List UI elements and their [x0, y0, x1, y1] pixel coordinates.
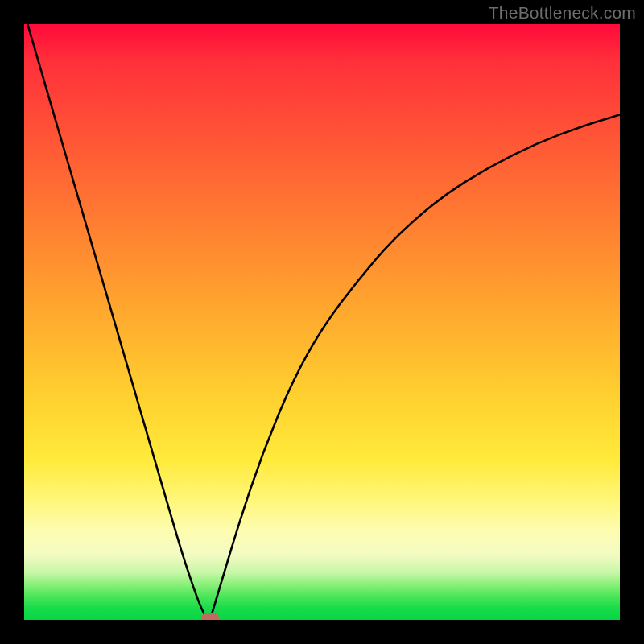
bottleneck-curve — [24, 24, 620, 620]
watermark-text: TheBottleneck.com — [489, 3, 636, 23]
minimum-marker — [201, 613, 219, 620]
chart-frame: TheBottleneck.com — [0, 0, 644, 644]
plot-area — [24, 24, 620, 620]
curve-path — [24, 24, 620, 620]
